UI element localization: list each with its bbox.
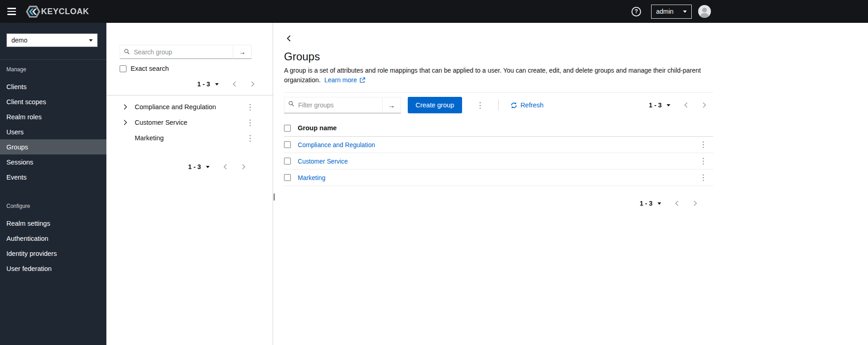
user-menu-dropdown[interactable]: admin [651,5,692,19]
chevron-down-icon [89,39,93,42]
tree-item-label[interactable]: Customer Service [135,119,243,126]
select-all-checkbox[interactable] [284,125,291,132]
collapse-panel-button[interactable] [284,34,294,43]
group-link[interactable]: Marketing [298,175,326,181]
learn-more-link[interactable]: Learn more [324,75,365,85]
tree-search-row: → [106,45,273,59]
avatar[interactable] [698,5,711,18]
chevron-down-icon [206,166,210,168]
sidebar-item-realm-settings[interactable]: Realm settings [0,216,106,231]
row-select-cell [284,141,298,148]
nav-toggle-button[interactable] [0,0,23,23]
row-checkbox[interactable] [284,174,291,181]
chevron-down-icon [667,104,670,106]
nav-list: Realm settings Authentication Identity p… [0,216,106,276]
toolbar-kebab-menu-icon[interactable]: ⋮ [473,100,487,111]
filter-groups-input[interactable] [284,97,383,113]
sidebar-item-groups[interactable]: Groups [0,139,106,154]
group-link[interactable]: Compliance and Regulation [298,142,375,149]
row-checkbox[interactable] [284,141,291,148]
sidebar-item-users[interactable]: Users [0,124,106,139]
sidebar-item-sessions[interactable]: Sessions [0,154,106,170]
kebab-menu-icon[interactable]: ⋮ [696,155,710,167]
column-header-group-name: Group name [298,124,693,132]
sidebar-item-user-federation[interactable]: User federation [0,261,106,276]
sidebar-item-events[interactable]: Events [0,170,106,185]
pagination-nav [677,100,713,110]
chevron-down-icon [683,11,687,13]
arrow-right-icon: → [388,101,395,109]
nav-section-manage: Manage Clients Client scopes Realm roles… [0,60,106,185]
sidebar: demo Manage Clients Client scopes Realm … [0,23,106,345]
page-body: demo Manage Clients Client scopes Realm … [0,23,868,345]
sidebar-item-authentication[interactable]: Authentication [0,231,106,246]
next-page-button[interactable] [695,100,713,110]
nav-section-label: Configure [0,196,106,209]
page-title: Groups [284,50,713,63]
sidebar-item-client-scopes[interactable]: Client scopes [0,94,106,109]
row-checkbox[interactable] [284,158,291,165]
refresh-label: Refresh [521,101,544,109]
groups-main-panel: Groups A group is a set of attributes an… [275,23,868,345]
row-actions-cell: ⋮ [693,172,713,183]
group-search-input[interactable] [120,45,233,59]
refresh-button[interactable]: Refresh [510,101,544,109]
filter-group: → [284,97,401,113]
tree-item: Customer Service ⋮ [106,115,273,130]
pagination-menu-toggle[interactable]: 1 - 3 [197,80,219,88]
pagination-menu-toggle[interactable]: 1 - 3 [649,101,670,109]
pagination-nav [216,162,253,172]
keycloak-logo: KEYCLOAK [26,4,89,19]
pagination-nav [668,198,704,208]
previous-page-button[interactable] [677,100,695,110]
drag-grip-icon [274,193,275,201]
search-icon [124,48,130,57]
expand-chevron-icon[interactable] [120,117,131,128]
sidebar-item-realm-roles[interactable]: Realm roles [0,109,106,124]
chevron-left-icon [286,35,291,42]
next-page-button[interactable] [686,198,704,208]
filter-submit-button[interactable]: → [383,97,401,113]
panel-resize-handle[interactable] [273,23,275,345]
keycloak-logo-icon [26,4,41,19]
nav-list: Clients Client scopes Realm roles Users … [0,79,106,185]
next-page-button[interactable] [234,162,253,172]
chevron-down-icon [215,83,219,85]
help-icon[interactable]: ? [631,7,641,16]
search-icon [288,101,295,109]
row-select-cell [284,174,298,181]
expand-chevron-icon[interactable] [120,101,131,112]
create-group-button[interactable]: Create group [408,97,462,113]
previous-page-button[interactable] [668,198,686,208]
previous-page-button[interactable] [225,79,243,89]
exact-search-checkbox[interactable] [120,65,126,72]
pagination-menu-toggle[interactable]: 1 - 3 [640,200,661,207]
sidebar-item-identity-providers[interactable]: Identity providers [0,246,106,261]
previous-page-button[interactable] [216,162,234,172]
exact-search-label: Exact search [131,65,169,72]
exact-search-option[interactable]: Exact search [120,65,259,72]
tree-item-label[interactable]: Compliance and Regulation [135,103,243,111]
kebab-menu-icon[interactable]: ⋮ [243,133,257,144]
help-glyph: ? [635,8,638,15]
kebab-menu-icon[interactable]: ⋮ [696,172,710,183]
kebab-menu-icon[interactable]: ⋮ [696,139,710,150]
external-link-icon [359,77,365,83]
brand-text: KEYCLOAK [41,7,89,16]
refresh-icon [510,102,517,109]
pagination-range: 1 - 3 [188,163,201,170]
kebab-menu-icon[interactable]: ⋮ [243,117,257,128]
tree-pagination-top: 1 - 3 [120,79,262,90]
pagination-menu-toggle[interactable]: 1 - 3 [188,163,210,170]
group-search-submit-button[interactable]: → [233,45,252,59]
sidebar-item-clients[interactable]: Clients [0,79,106,94]
next-page-button[interactable] [243,79,262,89]
pagination-range: 1 - 3 [640,200,652,207]
group-name-cell: Customer Service [298,158,693,165]
hamburger-icon [7,8,16,9]
tree-item: Marketing ⋮ [106,130,273,146]
kebab-menu-icon[interactable]: ⋮ [243,101,257,113]
realm-selector[interactable]: demo [6,33,98,47]
tree-item-label[interactable]: Marketing [135,134,243,142]
group-link[interactable]: Customer Service [298,158,348,165]
